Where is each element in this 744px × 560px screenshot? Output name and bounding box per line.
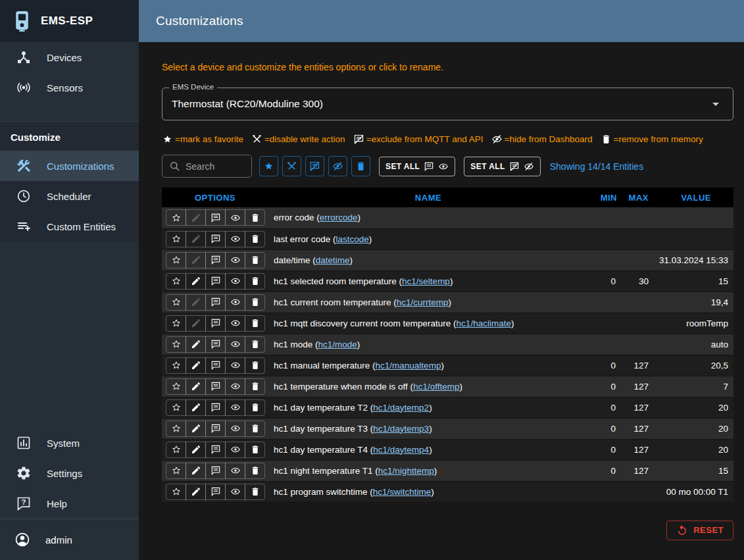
- exclude-mqtt-toggle[interactable]: [205, 315, 226, 332]
- write-toggle[interactable]: [186, 231, 206, 247]
- entity-name[interactable]: hc1 selected room temperature (hc1/selte…: [268, 270, 588, 292]
- entity-shortname-link[interactable]: hc1/manualtemp: [376, 361, 441, 370]
- remove-memory-toggle[interactable]: [245, 399, 265, 416]
- remove-memory-toggle[interactable]: [245, 294, 265, 311]
- entity-shortname-link[interactable]: errorcode: [320, 213, 358, 222]
- favorite-toggle[interactable]: [166, 357, 186, 374]
- entity-shortname-link[interactable]: hc1/daytemp4: [373, 445, 429, 455]
- exclude-mqtt-toggle[interactable]: [205, 484, 226, 500]
- entity-shortname-link[interactable]: hc1/switchtime: [373, 487, 432, 497]
- write-toggle[interactable]: [186, 315, 206, 332]
- exclude-mqtt-toggle[interactable]: [205, 442, 226, 458]
- exclude-mqtt-toggle[interactable]: [205, 336, 226, 353]
- entity-name[interactable]: hc1 mqtt discovery current room temperat…: [268, 313, 588, 334]
- favorite-toggle[interactable]: [166, 209, 186, 226]
- entity-name[interactable]: hc1 day temperature T2 (hc1/daytemp2): [268, 397, 588, 418]
- exclude-mqtt-toggle[interactable]: [205, 399, 226, 416]
- visibility-toggle[interactable]: [225, 273, 245, 290]
- remove-memory-toggle[interactable]: [245, 209, 265, 226]
- entity-name[interactable]: date/time (datetime): [268, 249, 588, 270]
- remove-memory-toggle[interactable]: [245, 357, 265, 374]
- remove-memory-toggle[interactable]: [245, 231, 265, 247]
- entity-shortname-link[interactable]: hc1/currtemp: [397, 297, 449, 307]
- entity-name[interactable]: hc1 manual temperature (hc1/manualtemp): [268, 355, 588, 376]
- entity-name[interactable]: last error code (lastcode): [268, 228, 588, 249]
- entity-name[interactable]: hc1 current room temperature (hc1/currte…: [268, 292, 588, 313]
- exclude-mqtt-toggle[interactable]: [205, 463, 226, 479]
- write-toggle[interactable]: [186, 484, 206, 500]
- set-all-button-1[interactable]: SET ALL: [379, 157, 455, 176]
- entity-shortname-link[interactable]: lastcode: [336, 234, 369, 244]
- favorite-toggle[interactable]: [166, 463, 186, 479]
- exclude-mqtt-toggle[interactable]: [205, 357, 226, 374]
- visibility-toggle[interactable]: [225, 294, 245, 311]
- visibility-toggle[interactable]: [225, 357, 245, 374]
- favorite-toggle[interactable]: [166, 378, 186, 395]
- entity-shortname-link[interactable]: hc1/haclimate: [457, 318, 511, 328]
- favorite-toggle[interactable]: [166, 442, 186, 458]
- remove-memory-toggle[interactable]: [245, 315, 265, 332]
- sidebar-item-settings[interactable]: Settings: [0, 458, 139, 488]
- remove-memory-toggle[interactable]: [245, 463, 265, 479]
- entity-shortname-link[interactable]: hc1/offtemp: [413, 382, 459, 392]
- write-toggle[interactable]: [186, 294, 206, 311]
- sidebar-item-custom-entities[interactable]: Custom Entities: [0, 211, 139, 242]
- sidebar-item-customizations[interactable]: Customizations: [0, 151, 139, 181]
- remove-memory-toggle[interactable]: [245, 420, 265, 437]
- exclude-mqtt-toggle[interactable]: [205, 252, 226, 268]
- favorite-toggle[interactable]: [166, 273, 186, 290]
- visibility-toggle[interactable]: [225, 420, 245, 437]
- entity-name[interactable]: hc1 mode (hc1/mode): [268, 334, 588, 355]
- entity-name[interactable]: error code (errorcode): [268, 207, 588, 228]
- write-toggle[interactable]: [186, 252, 206, 268]
- reset-button[interactable]: RESET: [666, 521, 733, 540]
- visibility-toggle[interactable]: [225, 484, 245, 500]
- exclude-mqtt-toggle[interactable]: [205, 294, 226, 311]
- remove-memory-toggle[interactable]: [245, 484, 265, 500]
- remove-memory-toggle[interactable]: [245, 336, 265, 353]
- write-toggle[interactable]: [186, 336, 206, 353]
- exclude-mqtt-filter[interactable]: [305, 156, 324, 176]
- write-toggle[interactable]: [186, 378, 206, 395]
- entity-shortname-link[interactable]: hc1/seltemp: [402, 276, 450, 286]
- exclude-mqtt-toggle[interactable]: [205, 231, 226, 247]
- exclude-mqtt-toggle[interactable]: [205, 420, 226, 437]
- remove-memory-toggle[interactable]: [245, 442, 265, 458]
- hide-dashboard-filter[interactable]: [328, 156, 347, 176]
- favorite-toggle[interactable]: [166, 420, 186, 437]
- visibility-toggle[interactable]: [225, 252, 245, 268]
- favorite-toggle[interactable]: [166, 336, 186, 353]
- device-select[interactable]: EMS Device Thermostat (RC20/Moduline 300…: [162, 88, 733, 120]
- favorite-toggle[interactable]: [166, 315, 186, 332]
- favorite-toggle[interactable]: [166, 252, 186, 268]
- favorite-toggle[interactable]: [166, 484, 186, 500]
- entity-shortname-link[interactable]: hc1/nighttemp: [378, 466, 434, 476]
- exclude-mqtt-toggle[interactable]: [205, 209, 226, 226]
- visibility-toggle[interactable]: [225, 231, 245, 247]
- write-toggle[interactable]: [186, 399, 206, 416]
- visibility-toggle[interactable]: [225, 378, 245, 395]
- write-toggle[interactable]: [186, 420, 206, 437]
- visibility-toggle[interactable]: [225, 442, 245, 458]
- sidebar-user[interactable]: admin: [0, 519, 139, 560]
- entity-name[interactable]: hc1 day temperature T4 (hc1/daytemp4): [268, 439, 588, 460]
- write-toggle[interactable]: [186, 463, 206, 479]
- write-toggle[interactable]: [186, 209, 206, 226]
- favorite-toggle[interactable]: [166, 399, 186, 416]
- entity-shortname-link[interactable]: hc1/daytemp3: [373, 424, 429, 434]
- remove-memory-toggle[interactable]: [245, 252, 265, 268]
- remove-memory-toggle[interactable]: [245, 378, 265, 395]
- sidebar-item-devices[interactable]: Devices: [0, 42, 139, 72]
- sidebar-item-help[interactable]: ?Help: [0, 488, 139, 519]
- sidebar-item-system[interactable]: System: [0, 428, 139, 458]
- entity-shortname-link[interactable]: hc1/daytemp2: [373, 403, 429, 413]
- disable-write-filter[interactable]: [282, 156, 301, 176]
- favorite-toggle[interactable]: [166, 294, 186, 311]
- favorite-filter[interactable]: [259, 156, 278, 176]
- entity-name[interactable]: hc1 program switchtime (hc1/switchtime): [268, 481, 588, 502]
- remove-memory-filter[interactable]: [351, 156, 370, 176]
- visibility-toggle[interactable]: [225, 399, 245, 416]
- entity-name[interactable]: hc1 night temperature T1 (hc1/nighttemp): [268, 460, 588, 481]
- write-toggle[interactable]: [186, 357, 206, 374]
- write-toggle[interactable]: [186, 273, 206, 290]
